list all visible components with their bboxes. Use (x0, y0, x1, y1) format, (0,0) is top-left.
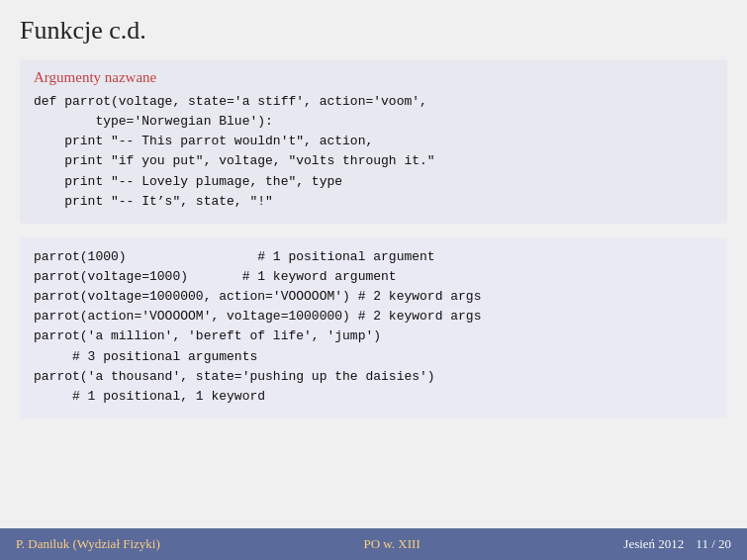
section1-header: Argumenty nazwane (34, 69, 713, 86)
section2-box: parrot(1000) # 1 positional argument par… (20, 237, 727, 419)
section1-code: def parrot(voltage, state='a stiff', act… (34, 92, 713, 212)
main-content: Funkcje c.d. Argumenty nazwane def parro… (0, 0, 747, 528)
footer-left: P. Daniluk (Wydział Fizyki) (16, 536, 160, 552)
footer: P. Daniluk (Wydział Fizyki) PO w. XIII J… (0, 528, 747, 560)
footer-page: 11 / 20 (696, 536, 731, 552)
page-title: Funkcje c.d. (20, 16, 727, 46)
section2-code: parrot(1000) # 1 positional argument par… (34, 247, 713, 407)
footer-date: Jesień 2012 (623, 536, 684, 552)
section1-box: Argumenty nazwane def parrot(voltage, st… (20, 59, 727, 224)
footer-right: Jesień 2012 11 / 20 (623, 536, 731, 552)
footer-center: PO w. XIII (363, 536, 420, 552)
